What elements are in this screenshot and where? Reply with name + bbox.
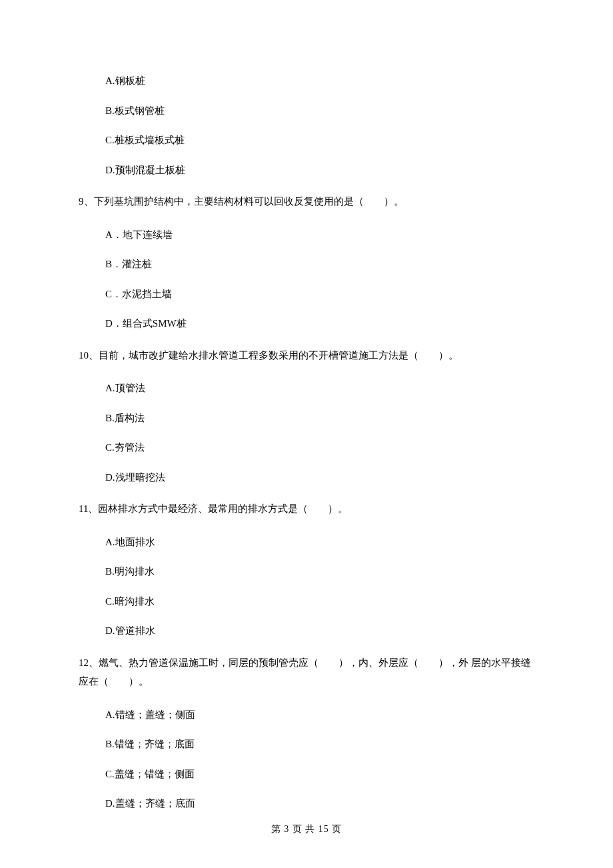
option-b: B．灌注桩 — [105, 257, 534, 272]
option-d: D.浅埋暗挖法 — [105, 470, 534, 485]
option-b: B.明沟排水 — [105, 564, 534, 579]
question-text: 12、燃气、热力管道保温施工时，同层的预制管壳应（ ），内、外层应（ ），外 层… — [79, 653, 534, 691]
question-text: 10、目前，城市改扩建给水排水管道工程多数采用的不开槽管道施工方法是（ ）。 — [79, 346, 534, 365]
option-c: C.桩板式墙板式桩 — [105, 133, 534, 148]
page-container: A.钢板桩 B.板式钢管桩 C.桩板式墙板式桩 D.预制混凝土板桩 9、下列基坑… — [0, 0, 613, 868]
option-d: D.盖缝；齐缝；底面 — [105, 796, 534, 811]
orphan-option-group: A.钢板桩 B.板式钢管桩 C.桩板式墙板式桩 D.预制混凝土板桩 — [105, 73, 534, 177]
option-group: A.地面排水 B.明沟排水 C.暗沟排水 D.管道排水 — [105, 535, 534, 639]
question-text: 11、园林排水方式中最经济、最常用的排水方式是（ ）。 — [79, 499, 534, 519]
option-group: A．地下连续墙 B．灌注桩 C．水泥挡土墙 D．组合式SMW桩 — [105, 227, 534, 331]
option-c: C.暗沟排水 — [105, 594, 534, 609]
option-d: D.预制混凝土板桩 — [105, 163, 534, 178]
option-c: C．水泥挡土墙 — [105, 287, 534, 302]
option-a: A.钢板桩 — [105, 73, 534, 89]
option-group: A.顶管法 B.盾构法 C.夯管法 D.浅埋暗挖法 — [105, 381, 534, 485]
question-10: 10、目前，城市改扩建给水排水管道工程多数采用的不开槽管道施工方法是（ ）。 A… — [79, 346, 534, 485]
option-a: A.地面排水 — [105, 535, 534, 550]
option-d: D.管道排水 — [105, 623, 534, 639]
option-a: A．地下连续墙 — [105, 227, 534, 243]
option-a: A.顶管法 — [105, 381, 534, 396]
option-b: B.错缝；齐缝；底面 — [105, 737, 534, 752]
option-c: C.夯管法 — [105, 440, 534, 455]
option-a: A.错缝；盖缝；侧面 — [105, 707, 534, 723]
question-9: 9、下列基坑围护结构中，主要结构材料可以回收反复使用的是（ ）。 A．地下连续墙… — [79, 192, 534, 331]
page-footer: 第 3 页 共 15 页 — [0, 822, 613, 836]
option-group: A.错缝；盖缝；侧面 B.错缝；齐缝；底面 C.盖缝；错缝；侧面 D.盖缝；齐缝… — [105, 707, 534, 811]
question-11: 11、园林排水方式中最经济、最常用的排水方式是（ ）。 A.地面排水 B.明沟排… — [79, 499, 534, 639]
question-12: 12、燃气、热力管道保温施工时，同层的预制管壳应（ ），内、外层应（ ），外 层… — [79, 653, 534, 811]
option-d: D．组合式SMW桩 — [105, 316, 534, 331]
option-b: B.盾构法 — [105, 411, 534, 426]
option-c: C.盖缝；错缝；侧面 — [105, 767, 534, 782]
question-text: 9、下列基坑围护结构中，主要结构材料可以回收反复使用的是（ ）。 — [79, 192, 534, 211]
option-b: B.板式钢管桩 — [105, 103, 534, 119]
